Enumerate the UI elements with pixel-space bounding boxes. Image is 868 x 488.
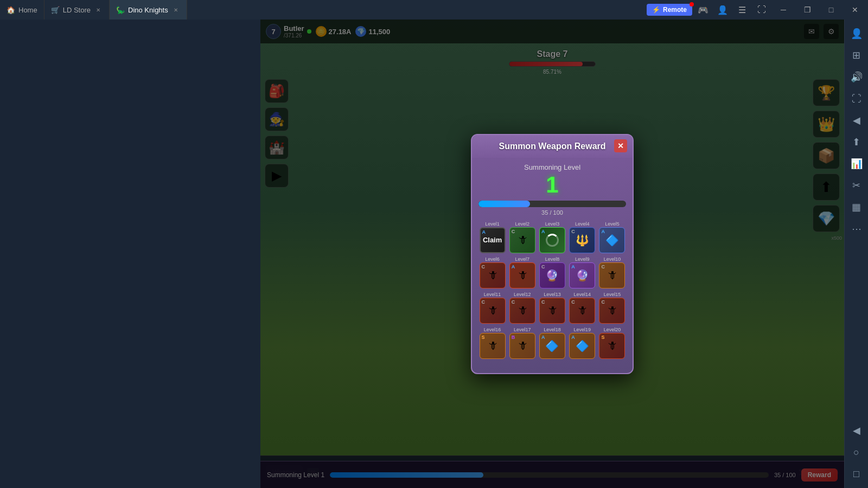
reward-level-4: Level4 C 🔱 <box>569 221 596 253</box>
reward-level-16: Level16 S 🗡 <box>478 327 506 359</box>
reward-level-5-label: Level5 <box>605 221 620 227</box>
main-content: 7 Butler /371.26 🪙 27.18A 💎 11,500 ✉ ⚙ <box>0 20 844 488</box>
reward-level-17: Level17 B 🗡 <box>508 327 536 359</box>
sidebar-cast-icon[interactable]: ◀ <box>847 111 866 130</box>
reward-level-18: Level18 A 🔷 <box>538 327 566 359</box>
restore-btn[interactable]: ❐ <box>796 0 818 20</box>
close-dino-knights-tab[interactable]: ✕ <box>171 5 180 14</box>
reward-level-8: Level8 C 🔮 <box>538 256 566 288</box>
weapon-icon-5: 🔷 <box>605 234 619 247</box>
reward-row-3: Level11 C 🗡 Level12 C 🗡 <box>478 292 626 324</box>
sidebar-user-icon[interactable]: 👤 <box>847 24 866 43</box>
modal-title: Summon Weapon Reward <box>499 142 605 151</box>
reward-card-13[interactable]: C 🗡 <box>539 298 565 324</box>
reward-row-2: Level6 C 🗡 Level7 A 🗡 <box>478 256 626 288</box>
reward-level-2: Level2 C 🗡 <box>508 221 536 253</box>
modal-close-button[interactable]: ✕ <box>614 139 627 152</box>
sidebar-more-icon[interactable]: ⋯ <box>847 219 866 239</box>
user-account-icon-btn[interactable]: 👤 <box>714 1 731 18</box>
reward-card-20[interactable]: S 🗡 <box>599 333 625 359</box>
weapon-icon-4: 🔱 <box>576 234 589 247</box>
summon-modal-progress-bar <box>478 201 626 207</box>
rarity-badge-5: A <box>601 229 605 234</box>
reward-level-13: Level13 C 🗡 <box>538 292 566 324</box>
reward-level-1: Level1 A Claim <box>478 221 506 253</box>
modal-body: Summoning Level 1 35 / 100 Level1 A <box>472 158 633 368</box>
reward-card-16[interactable]: S 🗡 <box>480 333 506 359</box>
home-tab-icon: 🏠 <box>7 6 15 14</box>
modal-header: Summon Weapon Reward ✕ <box>472 135 633 158</box>
reward-level-10: Level10 C 🗡 <box>598 256 626 288</box>
ld-store-tab-icon: 🛒 <box>51 6 60 14</box>
gamepad-icon-btn[interactable]: 🎮 <box>694 1 712 18</box>
tab-dino-knights[interactable]: 🦕 Dino Knights ✕ <box>110 0 187 20</box>
resize-icon-btn[interactable]: ⛶ <box>753 1 770 18</box>
reward-row-1: Level1 A Claim Level2 C 🗡 <box>478 221 626 253</box>
title-bar-right: ⚡ Remote 🎮 👤 ☰ ⛶ ─ ❐ □ ✕ <box>647 0 868 20</box>
summoning-level-label: Summoning Level <box>478 163 626 171</box>
game-area: 7 Butler /371.26 🪙 27.18A 💎 11,500 ✉ ⚙ <box>260 20 844 488</box>
reward-card-2[interactable]: C 🗡 <box>509 227 535 253</box>
rarity-badge-3: A <box>541 229 545 234</box>
tabs-area: 🏠 Home 🛒 LD Store ✕ 🦕 Dino Knights ✕ <box>0 0 647 20</box>
dino-knights-tab-icon: 🦕 <box>116 6 125 14</box>
summoning-level-number: 1 <box>478 174 626 196</box>
lightning-icon: ⚡ <box>652 6 660 14</box>
sidebar-upload-icon[interactable]: ⬆ <box>847 132 866 152</box>
reward-card-17[interactable]: B 🗡 <box>509 333 535 359</box>
reward-card-12[interactable]: C 🗡 <box>509 298 535 324</box>
hamburger-menu-btn[interactable]: ☰ <box>733 1 751 18</box>
reward-card-6[interactable]: C 🗡 <box>480 262 506 288</box>
reward-card-10[interactable]: C 🗡 <box>599 262 625 288</box>
sidebar-scissors-icon[interactable]: ✂ <box>847 176 866 195</box>
reward-card-1[interactable]: A Claim <box>480 227 506 253</box>
reward-level-14: Level14 C 🗡 <box>569 292 596 324</box>
weapon-icon-2: 🗡 <box>517 234 528 246</box>
reward-card-4[interactable]: C 🔱 <box>569 227 595 253</box>
reward-card-19[interactable]: A 🔷 <box>569 333 595 359</box>
tab-ld-store[interactable]: 🛒 LD Store ✕ <box>44 0 110 20</box>
ld-store-tab-label: LD Store <box>63 6 91 14</box>
minimize-btn[interactable]: ─ <box>773 0 794 20</box>
maximize-btn[interactable]: □ <box>820 0 842 20</box>
close-ld-store-tab[interactable]: ✕ <box>94 5 103 14</box>
remote-label: Remote <box>663 6 687 14</box>
reward-card-8[interactable]: C 🔮 <box>539 262 565 288</box>
sidebar-recent-icon[interactable]: □ <box>847 464 866 484</box>
reward-level-3: Level3 A <box>538 221 566 253</box>
summon-modal-progress-text: 35 / 100 <box>478 209 626 216</box>
reward-card-15[interactable]: C 🗡 <box>599 298 625 324</box>
close-window-btn[interactable]: ✕ <box>844 0 866 20</box>
sidebar-back-icon[interactable]: ◀ <box>847 421 866 440</box>
sidebar-home-icon[interactable]: ○ <box>847 442 866 462</box>
reward-row-4: Level16 S 🗡 Level17 B 🗡 <box>478 327 626 359</box>
loading-spinner <box>546 234 559 247</box>
reward-level-3-label: Level3 <box>545 221 560 227</box>
tab-home[interactable]: 🏠 Home <box>0 0 44 20</box>
reward-level-1-label: Level1 <box>485 221 500 227</box>
remote-button[interactable]: ⚡ Remote <box>647 4 692 16</box>
dino-knights-tab-label: Dino Knights <box>128 6 168 14</box>
reward-card-5[interactable]: A 🔷 <box>599 227 625 253</box>
reward-level-15: Level15 C 🗡 <box>598 292 626 324</box>
remote-notification-dot <box>690 2 694 7</box>
reward-level-6: Level6 C 🗡 <box>478 256 506 288</box>
reward-card-14[interactable]: C 🗡 <box>569 298 595 324</box>
reward-card-18[interactable]: A 🔷 <box>539 333 565 359</box>
sidebar-volume-icon[interactable]: 🔊 <box>847 67 866 87</box>
sidebar-crop-icon[interactable]: ⛶ <box>847 89 866 108</box>
sidebar-chart-icon[interactable]: 📊 <box>847 154 866 174</box>
sidebar-layout-icon[interactable]: ▦ <box>847 197 866 217</box>
reward-level-5: Level5 A 🔷 <box>598 221 626 253</box>
reward-level-2-label: Level2 <box>515 221 530 227</box>
rarity-badge-2: C <box>512 229 515 234</box>
modal-overlay: Summon Weapon Reward ✕ Summoning Level 1… <box>260 20 844 488</box>
reward-card-9[interactable]: A 🔮 <box>569 262 595 288</box>
reward-card-3[interactable]: A <box>539 227 565 253</box>
sidebar-grid-icon[interactable]: ⊞ <box>847 46 866 65</box>
reward-level-7: Level7 A 🗡 <box>508 256 536 288</box>
reward-level-12: Level12 C 🗡 <box>508 292 536 324</box>
reward-card-7[interactable]: A 🗡 <box>509 262 535 288</box>
reward-card-11[interactable]: C 🗡 <box>480 298 506 324</box>
right-sidebar: 👤 ⊞ 🔊 ⛶ ◀ ⬆ 📊 ✂ ▦ ⋯ ◀ ○ □ <box>844 20 868 488</box>
